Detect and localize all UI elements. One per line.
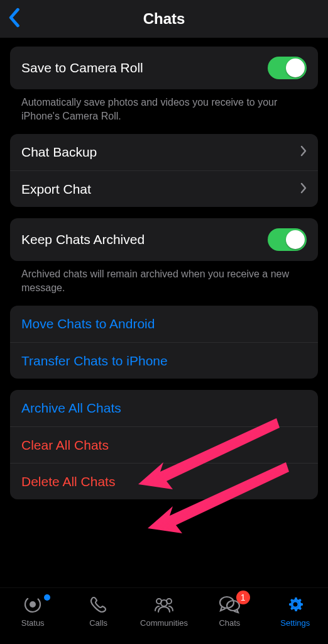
group-camera-roll: Save to Camera Roll bbox=[10, 47, 318, 89]
header: Chats bbox=[0, 0, 328, 38]
row-clear-all[interactable]: Clear All Chats bbox=[10, 426, 318, 463]
tab-label: Calls bbox=[89, 618, 107, 628]
gear-icon bbox=[284, 593, 307, 616]
row-label: Archive All Chats bbox=[21, 401, 121, 416]
row-label: Delete All Chats bbox=[21, 474, 115, 489]
toggle-knob bbox=[286, 58, 305, 77]
group-backup: Chat Backup Export Chat bbox=[10, 134, 318, 207]
row-label: Transfer Chats to iPhone bbox=[21, 353, 168, 369]
footer-camera-roll: Automatically save photos and videos you… bbox=[10, 89, 318, 123]
row-delete-all[interactable]: Delete All Chats bbox=[10, 463, 318, 499]
row-label: Save to Camera Roll bbox=[21, 60, 143, 75]
row-label: Clear All Chats bbox=[21, 438, 109, 453]
footer-keep-archived: Archived chats will remain archived when… bbox=[10, 261, 318, 294]
row-label: Export Chat bbox=[21, 182, 91, 197]
row-chat-backup[interactable]: Chat Backup bbox=[10, 134, 318, 170]
svg-point-1 bbox=[30, 601, 36, 608]
page-title: Chats bbox=[143, 10, 185, 28]
tab-label: Chats bbox=[219, 618, 240, 628]
group-keep-archived: Keep Chats Archived bbox=[10, 218, 318, 261]
group-transfer: Move Chats to Android Transfer Chats to … bbox=[10, 306, 318, 379]
tab-label: Status bbox=[21, 618, 45, 628]
row-export-chat[interactable]: Export Chat bbox=[10, 170, 318, 207]
row-move-android[interactable]: Move Chats to Android bbox=[10, 306, 318, 342]
tabbar: Status Calls Communities bbox=[0, 587, 328, 644]
row-archive-all[interactable]: Archive All Chats bbox=[10, 390, 318, 426]
tab-label: Communities bbox=[140, 618, 188, 628]
chats-badge: 1 bbox=[236, 591, 250, 604]
content: Save to Camera Roll Automatically save p… bbox=[0, 38, 328, 587]
back-button[interactable] bbox=[8, 0, 20, 38]
toggle-knob bbox=[286, 230, 305, 249]
tab-calls[interactable]: Calls bbox=[65, 593, 131, 628]
status-notification-dot bbox=[44, 594, 50, 601]
group-actions: Archive All Chats Clear All Chats Delete… bbox=[10, 390, 318, 499]
row-label: Chat Backup bbox=[21, 145, 97, 160]
row-label: Keep Chats Archived bbox=[21, 232, 145, 247]
row-save-camera-roll[interactable]: Save to Camera Roll bbox=[10, 47, 318, 89]
chevron-right-icon bbox=[300, 145, 307, 159]
status-icon bbox=[21, 593, 44, 616]
tab-label: Settings bbox=[280, 618, 310, 628]
svg-point-4 bbox=[161, 600, 167, 606]
chevron-right-icon bbox=[300, 182, 307, 196]
chevron-left-icon bbox=[8, 8, 20, 30]
tab-communities[interactable]: Communities bbox=[131, 593, 197, 628]
toggle-save-camera-roll[interactable] bbox=[268, 57, 307, 79]
phone-icon bbox=[87, 593, 110, 616]
row-label: Move Chats to Android bbox=[21, 316, 155, 331]
row-keep-archived[interactable]: Keep Chats Archived bbox=[10, 218, 318, 261]
toggle-keep-archived[interactable] bbox=[268, 228, 307, 251]
communities-icon bbox=[153, 593, 175, 616]
row-transfer-iphone[interactable]: Transfer Chats to iPhone bbox=[10, 342, 318, 379]
tab-status[interactable]: Status bbox=[0, 593, 65, 628]
tab-settings[interactable]: Settings bbox=[263, 593, 328, 628]
tab-chats[interactable]: 1 Chats bbox=[197, 593, 262, 628]
